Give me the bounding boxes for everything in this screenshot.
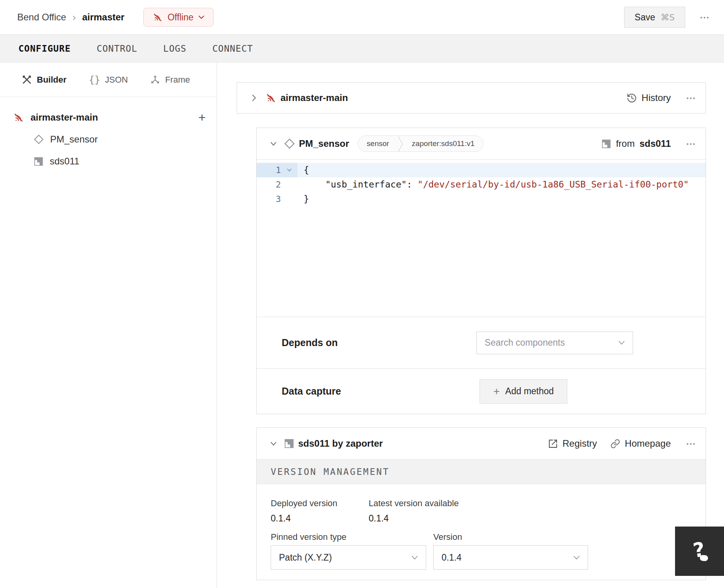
braces-icon: {} — [89, 74, 100, 85]
tab-bar: CONFIGURE CONTROL LOGS CONNECT — [0, 34, 724, 63]
component-tree: airmaster-main + PM_sensor sd — [0, 97, 217, 172]
external-link-icon — [548, 439, 558, 449]
collapse-chevron-down-icon[interactable] — [267, 137, 280, 150]
fold-chevron-icon[interactable] — [281, 163, 297, 177]
code-text: "usb_interface": "/dev/serial/by-id/usb-… — [297, 179, 689, 189]
chevron-down-icon — [618, 341, 625, 345]
machine-card: airmaster-main History ••• — [237, 82, 706, 114]
line-number: 3 — [257, 192, 281, 206]
view-label: Builder — [37, 75, 67, 85]
depends-on-select[interactable]: Search components — [476, 332, 633, 354]
tree-item-sds011[interactable]: sds011 — [0, 150, 217, 172]
latest-version-value: 0.1.4 — [369, 513, 389, 524]
data-capture-section: Data capture + Add method — [257, 368, 706, 414]
code-text: { — [297, 165, 309, 175]
history-icon — [626, 93, 637, 103]
module-menu-button[interactable]: ••• — [686, 440, 696, 447]
view-json[interactable]: {} JSON — [89, 74, 128, 85]
module-icon — [34, 157, 43, 166]
from-label: from — [616, 138, 635, 149]
component-title: PM_sensor — [299, 138, 349, 149]
help-button[interactable]: ? — [675, 527, 724, 576]
homepage-link[interactable]: Homepage — [610, 438, 671, 449]
code-line: 1 { — [257, 163, 706, 177]
tree-item-airmaster-main[interactable]: airmaster-main + — [0, 106, 217, 128]
save-label: Save — [635, 12, 655, 23]
version-label: Version — [433, 532, 462, 542]
builder-tools-icon — [22, 74, 32, 85]
expand-chevron-right-icon[interactable] — [247, 91, 261, 105]
diamond-icon — [284, 138, 295, 149]
status-label: Offline — [168, 12, 194, 23]
view-switcher: Builder {} JSON Frame — [0, 63, 217, 97]
wifi-off-icon — [13, 112, 24, 123]
pinned-version-type-value: Patch (X.Y.Z) — [279, 552, 332, 563]
json-separator: : — [407, 179, 418, 189]
tab-connect[interactable]: CONNECT — [212, 43, 253, 54]
tree-item-pm-sensor[interactable]: PM_sensor — [0, 128, 217, 150]
data-capture-label: Data capture — [282, 386, 341, 397]
machine-status-dropdown[interactable]: Offline — [143, 8, 214, 27]
chevron-down-icon — [198, 15, 205, 19]
add-method-button[interactable]: + Add method — [480, 379, 567, 404]
save-button[interactable]: Save ⌘S — [624, 7, 685, 28]
badge-type: sensor — [358, 136, 398, 152]
module-title: sds011 by zaporter — [298, 438, 383, 449]
registry-label: Registry — [563, 438, 597, 449]
breadcrumb-machine: airmaster — [82, 12, 125, 23]
link-icon — [610, 439, 620, 449]
question-bubble-icon: ? — [685, 537, 714, 566]
tab-logs[interactable]: LOGS — [163, 43, 186, 54]
pinned-version-type-select[interactable]: Patch (X.Y.Z) — [271, 545, 426, 570]
machine-part-title: airmaster-main — [281, 92, 348, 103]
from-module-name: sds011 — [639, 138, 671, 149]
attributes-code-editor[interactable]: 1 { 2 "usb_interface": "/dev/serial/by-i… — [257, 159, 706, 317]
main-content: airmaster-main History ••• — [217, 63, 724, 588]
plus-icon: + — [493, 386, 500, 397]
deployed-version-value: 0.1.4 — [271, 513, 291, 524]
view-frame[interactable]: Frame — [150, 75, 190, 85]
version-select[interactable]: 0.1.4 — [433, 545, 588, 570]
module-icon — [284, 438, 294, 449]
history-button[interactable]: History — [626, 92, 671, 103]
component-menu-button[interactable]: ••• — [686, 141, 696, 147]
code-line: 3 } — [257, 192, 706, 206]
module-card: sds011 by zaporter Registry — [256, 427, 706, 580]
tab-control[interactable]: CONTROL — [97, 43, 138, 54]
badge-model: zaporter:sds011:v1 — [403, 136, 483, 152]
component-type-badge: sensor zaporter:sds011:v1 — [358, 135, 483, 152]
version-value: 0.1.4 — [442, 552, 462, 563]
from-module-link[interactable]: from sds011 — [601, 138, 671, 149]
add-component-button[interactable]: + — [198, 111, 206, 124]
registry-link[interactable]: Registry — [548, 438, 597, 449]
view-builder[interactable]: Builder — [22, 74, 67, 85]
pinned-version-type-label: Pinned version type — [271, 532, 346, 542]
depends-on-section: Depends on Search components — [257, 317, 706, 368]
line-number: 1 — [257, 163, 281, 177]
latest-version-label: Latest version available — [369, 498, 459, 509]
app-window: Bend Office › airmaster Offline Save ⌘S … — [0, 0, 724, 588]
collapse-chevron-down-icon[interactable] — [267, 437, 280, 450]
tree-item-label: airmaster-main — [31, 112, 98, 123]
tab-configure[interactable]: CONFIGURE — [18, 43, 71, 54]
version-management-body: Deployed version Latest version availabl… — [257, 484, 706, 580]
tree-item-label: PM_sensor — [50, 134, 98, 145]
wifi-off-icon — [152, 12, 163, 23]
machine-menu-button[interactable]: ••• — [686, 95, 696, 101]
component-card: PM_sensor sensor zaporter:sds011:v1 — [256, 128, 706, 414]
header-menu-button[interactable]: ••• — [700, 14, 710, 21]
breadcrumb-org[interactable]: Bend Office — [17, 12, 66, 23]
view-label: Frame — [165, 75, 190, 85]
code-text: } — [297, 194, 309, 204]
component-card-header: PM_sensor sensor zaporter:sds011:v1 — [257, 128, 706, 159]
depends-on-label: Depends on — [282, 337, 338, 348]
homepage-label: Homepage — [625, 438, 671, 449]
view-label: JSON — [105, 75, 128, 85]
tree-item-label: sds011 — [50, 156, 80, 167]
line-number: 2 — [257, 177, 281, 192]
version-management-header: VERSION MANAGEMENT — [257, 459, 706, 484]
config-sidebar: Builder {} JSON Frame — [0, 63, 217, 588]
wifi-off-icon — [265, 92, 277, 104]
module-icon — [601, 139, 611, 149]
axes-icon — [150, 75, 160, 85]
